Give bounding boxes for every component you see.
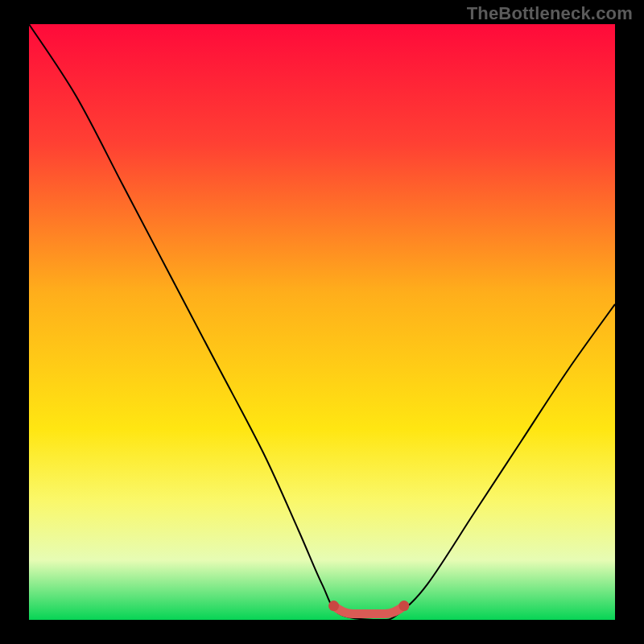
optimal-band-left-tip — [328, 601, 339, 611]
chart-frame: TheBottleneck.com — [0, 0, 644, 644]
optimal-band-right-tip — [398, 601, 409, 611]
watermark-text: TheBottleneck.com — [467, 3, 633, 24]
bottleneck-chart-svg — [0, 0, 644, 644]
gradient-plot-area — [29, 24, 615, 620]
